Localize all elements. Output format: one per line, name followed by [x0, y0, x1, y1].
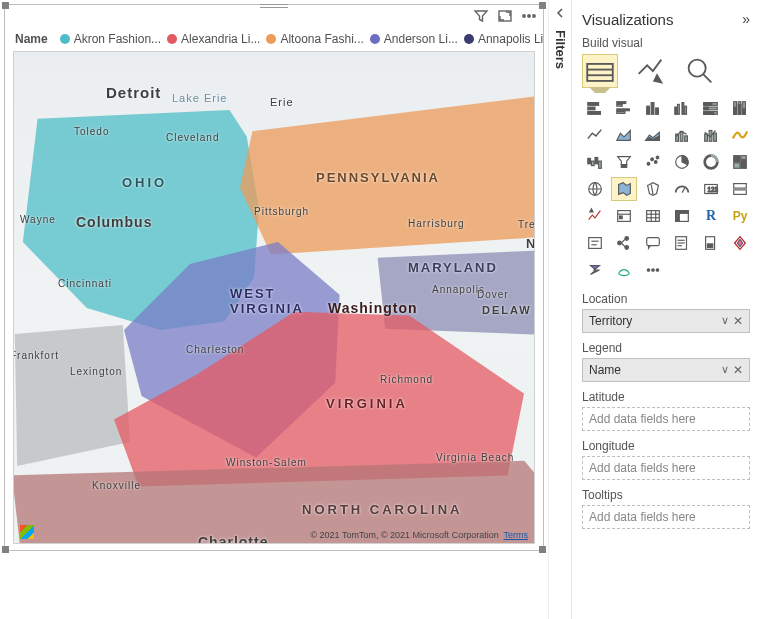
viz-type-kpi[interactable]: ▲	[582, 204, 608, 228]
chevron-down-icon[interactable]: ∨	[721, 314, 729, 328]
filter-icon[interactable]	[473, 8, 489, 24]
field-label-latitude: Latitude	[582, 390, 750, 404]
visual-header	[5, 5, 543, 27]
viz-type-scatter[interactable]	[640, 150, 666, 174]
viz-type-clustered-col[interactable]	[669, 96, 695, 120]
report-canvas[interactable]: Name Akron Fashion... Alexandria Li... A…	[0, 0, 548, 564]
map-canvas[interactable]: Detroit Lake Erie Erie Toledo Cleveland …	[13, 51, 535, 544]
legend-item[interactable]: Altoona Fashi...	[266, 32, 363, 46]
field-well-latitude[interactable]: Add data fields here	[582, 407, 750, 431]
viz-type-line[interactable]	[582, 123, 608, 147]
viz-type-waterfall[interactable]	[582, 150, 608, 174]
svg-point-3	[533, 15, 535, 17]
field-well-longitude[interactable]: Add data fields here	[582, 456, 750, 480]
viz-type-qna[interactable]	[640, 231, 666, 255]
map-label: Detroit	[106, 84, 161, 101]
legend-item[interactable]: Alexandria Li...	[167, 32, 260, 46]
svg-point-46	[647, 162, 650, 165]
svg-point-48	[654, 161, 657, 164]
map-region-kentucky[interactable]	[13, 322, 130, 472]
svg-rect-66	[647, 211, 660, 222]
remove-field-icon[interactable]: ✕	[733, 314, 743, 328]
svg-line-8	[703, 74, 712, 83]
resize-handle-tl[interactable]	[2, 2, 9, 9]
svg-rect-17	[651, 103, 654, 115]
map-label: Erie	[270, 96, 294, 108]
chevron-down-icon[interactable]: ∨	[721, 363, 729, 377]
svg-point-77	[618, 241, 622, 245]
field-well-location[interactable]: Territory ∨✕	[582, 309, 750, 333]
svg-rect-38	[705, 134, 708, 141]
legend-title: Name	[15, 32, 48, 46]
viz-type-map[interactable]	[582, 177, 608, 201]
map-visual-frame[interactable]: Name Akron Fashion... Alexandria Li... A…	[4, 4, 544, 551]
viz-type-line-col2[interactable]	[698, 123, 724, 147]
viz-type-r-visual[interactable]: R	[698, 204, 724, 228]
expand-filters-icon[interactable]	[553, 6, 567, 20]
svg-point-87	[647, 269, 650, 272]
collapse-pane-icon[interactable]: »	[742, 11, 750, 27]
viz-type-multi-card[interactable]	[727, 177, 753, 201]
viz-type-stacked-col[interactable]	[640, 96, 666, 120]
focus-mode-icon[interactable]	[497, 8, 513, 24]
viz-type-arcgis[interactable]	[611, 258, 637, 282]
viz-type-table[interactable]	[640, 204, 666, 228]
svg-rect-4	[587, 64, 613, 81]
viz-type-narrative[interactable]	[669, 231, 695, 255]
terms-link[interactable]: Terms	[504, 530, 529, 540]
analytics-tab[interactable]	[682, 54, 718, 88]
viz-type-powerautomate[interactable]	[582, 258, 608, 282]
svg-rect-11	[588, 112, 601, 115]
viz-type-more-viz[interactable]	[640, 258, 666, 282]
resize-handle-br[interactable]	[539, 546, 546, 553]
field-well-tooltips[interactable]: Add data fields here	[582, 505, 750, 529]
svg-rect-20	[678, 104, 680, 114]
viz-type-shape-map[interactable]	[640, 177, 666, 201]
more-options-icon[interactable]	[521, 8, 537, 24]
viz-type-stacked100-bar[interactable]	[698, 96, 724, 120]
filters-pane-collapsed[interactable]: Filters	[548, 0, 572, 619]
viz-type-donut[interactable]	[698, 150, 724, 174]
viz-type-line-col[interactable]	[669, 123, 695, 147]
viz-type-card-num[interactable]: 123	[698, 177, 724, 201]
viz-type-clustered-bar[interactable]	[611, 96, 637, 120]
legend-item[interactable]: Akron Fashion...	[60, 32, 161, 46]
svg-point-88	[652, 269, 655, 272]
viz-type-matrix[interactable]	[669, 204, 695, 228]
viz-type-funnel[interactable]	[611, 150, 637, 174]
build-visual-tab[interactable]	[582, 54, 618, 88]
field-well-legend[interactable]: Name ∨✕	[582, 358, 750, 382]
legend-item[interactable]: Anderson Li...	[370, 32, 458, 46]
drag-grip-icon[interactable]	[260, 4, 288, 8]
viz-type-key-inf[interactable]	[582, 231, 608, 255]
map-region-pennsylvania[interactable]	[240, 82, 535, 258]
legend-dot-icon	[167, 34, 177, 44]
viz-type-paginated[interactable]	[698, 231, 724, 255]
viz-type-stacked100-col[interactable]	[727, 96, 753, 120]
svg-rect-86	[707, 244, 712, 248]
resize-handle-tr[interactable]	[539, 2, 546, 9]
viz-type-powerapps[interactable]	[727, 231, 753, 255]
svg-rect-54	[741, 160, 746, 168]
svg-rect-80	[647, 238, 660, 246]
remove-field-icon[interactable]: ✕	[733, 363, 743, 377]
field-label-legend: Legend	[582, 341, 750, 355]
svg-rect-12	[617, 102, 626, 104]
viz-type-python-visual[interactable]: Py	[727, 204, 753, 228]
viz-type-ribbon[interactable]	[727, 123, 753, 147]
viz-type-stacked-area[interactable]	[640, 123, 666, 147]
viz-type-stacked-bar[interactable]	[582, 96, 608, 120]
svg-rect-41	[588, 158, 591, 163]
svg-rect-40	[714, 133, 717, 141]
format-visual-tab[interactable]	[632, 54, 668, 88]
viz-type-treemap[interactable]	[727, 150, 753, 174]
viz-type-pie[interactable]	[669, 150, 695, 174]
viz-type-decomp[interactable]	[611, 231, 637, 255]
resize-handle-bl[interactable]	[2, 546, 9, 553]
svg-rect-32	[738, 104, 741, 114]
viz-type-slicer[interactable]	[611, 204, 637, 228]
viz-type-filled-map[interactable]	[611, 177, 637, 201]
viz-type-gauge[interactable]	[669, 177, 695, 201]
legend-item[interactable]: Annapolis Li...	[464, 32, 543, 46]
viz-type-area[interactable]	[611, 123, 637, 147]
